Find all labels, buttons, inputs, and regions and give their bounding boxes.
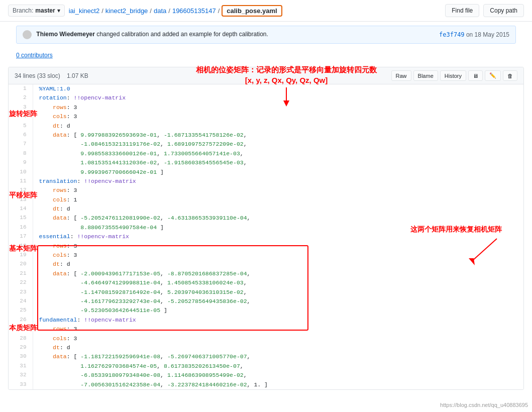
line-number: 8: [9, 149, 33, 158]
table-row: 27 rows: 3: [9, 325, 523, 334]
line-code: -4.6464974129998811e-04, 1.4508545338106…: [33, 278, 523, 287]
line-number: 2: [9, 93, 33, 102]
table-row: 15 data: [ -5.2052476112081990e-02, -4.6…: [9, 214, 523, 223]
line-code: cols: 3: [33, 112, 523, 121]
table-row: 4 cols: 3: [9, 112, 523, 121]
breadcrumb-repo[interactable]: iai_kinect2: [69, 7, 99, 15]
branch-dropdown[interactable]: Branch: master ▾: [8, 5, 65, 17]
annotation-translation: 平移矩阵: [9, 191, 37, 200]
line-code: -9.5230503642644511e-05 ]: [33, 306, 523, 315]
history-button[interactable]: History: [440, 70, 466, 81]
line-number: 14: [9, 204, 33, 214]
line-number: 30: [9, 352, 33, 361]
commit-bar: Thiemo Wiedemeyer changed calibration an…: [16, 26, 516, 44]
line-code: 1.0815351441312036e-02, -1.9158603854556…: [33, 158, 523, 167]
line-code: data: [ -2.0009439617717153e-05, -8.8705…: [33, 269, 523, 278]
commit-hash[interactable]: fe3f749: [439, 31, 465, 38]
table-row: 9 1.0815351441312036e-02, -1.91586038545…: [9, 158, 523, 167]
filename-highlight: calib_pose.yaml: [222, 5, 282, 17]
commit-message: changed calibration and added an example…: [96, 31, 268, 38]
svg-line-2: [472, 239, 497, 261]
table-row: 28 cols: 3: [9, 334, 523, 343]
avatar: [23, 30, 32, 39]
line-code: 9.9993967700666042e-01 ]: [33, 168, 523, 177]
annotation-basic: 基本矩阵: [9, 244, 37, 253]
table-row: 24 -4.1617796233292743e-04, -5.205278564…: [9, 297, 523, 306]
line-code: cols: 3: [33, 334, 523, 343]
table-row: 31 1.1627629703684574e-05, 8.61738352026…: [9, 362, 523, 371]
branch-name: master: [35, 7, 55, 14]
table-row: 22 -4.6464974129998811e-04, 1.4508545338…: [9, 278, 523, 287]
edit-icon-btn[interactable]: ✏️: [485, 70, 501, 81]
line-number: 29: [9, 343, 33, 352]
file-size: 1.07 KB: [67, 72, 88, 79]
lines-info: 34 lines (33 sloc): [15, 72, 60, 79]
table-row: 29 dt: d: [9, 343, 523, 352]
breadcrumb-data[interactable]: data: [154, 7, 166, 15]
line-code: dt: d: [33, 343, 523, 352]
line-number: 17: [9, 232, 33, 241]
table-row: 7 -1.0846153213119176e-02, 1.68910975275…: [9, 140, 523, 149]
annotation-title: 相机的位姿矩阵：记录的形式是平移向量加旋转四元数 [x, y, z, Qx, Q…: [196, 64, 377, 85]
svg-marker-1: [283, 100, 289, 107]
line-code: fundamental: !!opencv-matrix: [33, 316, 523, 325]
line-number: 5: [9, 122, 33, 131]
line-number: 28: [9, 334, 33, 343]
commit-author: Thiemo Wiedemeyer: [36, 31, 95, 38]
line-number: 22: [9, 278, 33, 287]
annotation-essential: 本质矩阵: [9, 324, 37, 333]
line-number: 20: [9, 260, 33, 269]
find-file-button[interactable]: Find file: [445, 4, 479, 17]
delete-icon-btn[interactable]: 🗑: [503, 70, 517, 81]
line-code: dt: d: [33, 122, 523, 131]
table-row: 21 data: [ -2.0009439617717153e-05, -8.8…: [9, 269, 523, 278]
copy-path-button[interactable]: Copy path: [483, 4, 524, 17]
breadcrumb-sep-4: /: [218, 7, 220, 15]
watermark: https://blog.csdn.net/qq_u40883695: [440, 402, 528, 408]
blame-button[interactable]: Blame: [413, 70, 438, 81]
table-row: 13 cols: 1: [9, 195, 523, 204]
line-number: 11: [9, 177, 33, 186]
line-number: 25: [9, 306, 33, 315]
raw-button[interactable]: Raw: [391, 70, 411, 81]
table-row: 30 data: [ -1.1817221592596941e-08, -5.2…: [9, 352, 523, 361]
arrow-down-icon: [281, 87, 291, 108]
line-number: 10: [9, 168, 33, 177]
commit-meta: fe3f749 on 18 May 2015: [439, 31, 509, 38]
svg-marker-3: [469, 258, 475, 265]
line-code: dt: d: [33, 204, 523, 214]
line-code: -1.0846153213119176e-02, 1.6891097527572…: [33, 140, 523, 149]
recover-arrow-icon: [462, 236, 502, 266]
line-code: 1.1627629703684574e-05, 8.61738352026134…: [33, 362, 523, 371]
display-icon-btn[interactable]: 🖥: [468, 70, 483, 81]
page-wrapper: Branch: master ▾ iai_kinect2 / kinect2_b…: [0, 0, 532, 412]
line-number: 33: [9, 380, 33, 389]
line-code: data: [ 9.9979883926593693e-01, -1.68713…: [33, 131, 523, 140]
line-code: data: [ -5.2052476112081990e-02, -4.6313…: [33, 214, 523, 223]
line-number: 31: [9, 362, 33, 371]
top-bar-actions: Find file Copy path: [445, 4, 524, 17]
line-number: 21: [9, 269, 33, 278]
table-row: 26fundamental: !!opencv-matrix: [9, 316, 523, 325]
breadcrumb-bridge[interactable]: kinect2_bridge: [105, 7, 148, 15]
line-number: 1: [9, 84, 33, 93]
table-row: 25 -9.5230503642644511e-05 ]: [9, 306, 523, 315]
table-row: 10 9.9993967700666042e-01 ]: [9, 168, 523, 177]
commit-info: Thiemo Wiedemeyer changed calibration an…: [23, 30, 268, 39]
line-code: rows: 3: [33, 186, 523, 195]
table-row: 8 9.9985583336600126e-01, 1.733005566405…: [9, 149, 523, 158]
top-bar: Branch: master ▾ iai_kinect2 / kinect2_b…: [0, 0, 532, 22]
contributors-link[interactable]: 0 contributors: [8, 50, 524, 61]
line-number: 7: [9, 140, 33, 149]
breadcrumb-sep-3: /: [168, 7, 170, 15]
line-code: -6.8533918097934840e-08, 1.1146863908955…: [33, 371, 523, 380]
breadcrumb-hash[interactable]: 196605135147: [172, 7, 216, 15]
table-row: 23 -1.1470815928716492e-04, 5.2039704036…: [9, 288, 523, 297]
table-row: 5 dt: d: [9, 122, 523, 131]
table-row: 12 rows: 3: [9, 186, 523, 195]
breadcrumb: iai_kinect2 / kinect2_bridge / data / 19…: [69, 5, 442, 17]
line-number: 16: [9, 223, 33, 232]
line-number: 6: [9, 131, 33, 140]
line-code: -4.1617796233292743e-04, -5.205278564943…: [33, 297, 523, 306]
annotation-rotation: 旋转矩阵: [9, 110, 37, 119]
